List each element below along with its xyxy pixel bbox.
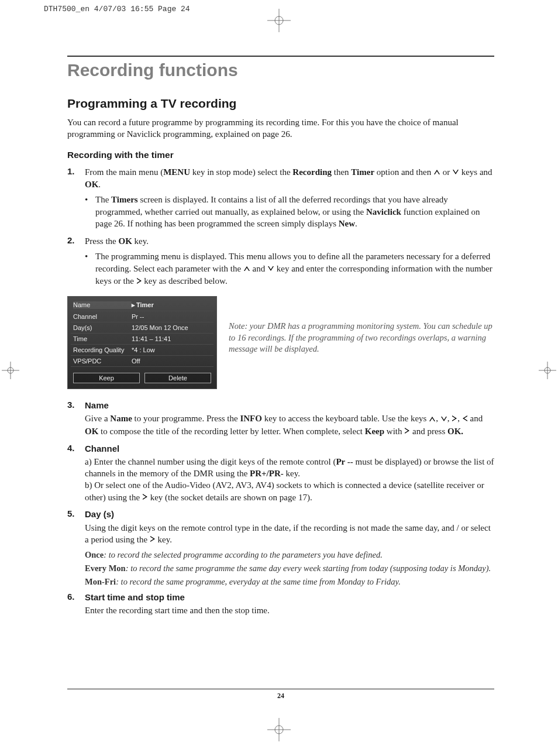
right-arrow-icon (136, 276, 142, 287)
step-content: Press the OK key. • The programming menu… (85, 235, 494, 288)
keep-button: Keep (73, 373, 140, 383)
down-arrow-icon (267, 263, 274, 274)
left-arrow-icon (462, 413, 468, 425)
delete-button: Delete (144, 373, 211, 383)
figure-row: Time11:41 – 11:41 (71, 334, 213, 345)
step-content: From the main menu (MENU key in stop mod… (85, 166, 494, 230)
figure-row: VPS/PDCOff (71, 356, 213, 367)
figure-row: ChannelPr -- (71, 311, 213, 322)
timer-menu-figure: Name▸TimerChannelPr --Day(s)12/05 Mon 12… (67, 296, 217, 389)
svg-marker-23 (150, 536, 155, 542)
step-content: Start time and stop time Enter the recor… (85, 592, 494, 617)
step-number: 4. (67, 443, 85, 504)
note-text: Note: your DMR has a programming monitor… (217, 296, 494, 355)
svg-marker-13 (453, 170, 459, 174)
down-arrow-icon (440, 413, 447, 425)
svg-marker-22 (143, 494, 147, 500)
def-every-mon: Every Mon: to record the same programme … (85, 563, 494, 573)
main-title: Recording functions (67, 56, 494, 80)
figure-row: Name▸Timer (71, 300, 213, 311)
right-arrow-icon (142, 492, 148, 503)
svg-marker-16 (137, 278, 142, 284)
figure-row: Recording Quality*4 : Low (71, 345, 213, 356)
down-arrow-icon (452, 166, 459, 178)
step-1: 1. From the main menu (MENU key in stop … (67, 166, 494, 230)
page-number: 24 (67, 689, 494, 700)
step-5: 5. Day (s) Using the digit keys on the r… (67, 508, 494, 546)
registration-mark-left (2, 362, 19, 379)
step-2: 2. Press the OK key. • The programming m… (67, 235, 494, 288)
step-4: 4. Channel a) Enter the channel number u… (67, 443, 494, 504)
step-content: Channel a) Enter the channel number usin… (85, 443, 494, 504)
registration-mark-right (539, 362, 556, 379)
up-arrow-icon (243, 263, 250, 274)
svg-marker-12 (434, 170, 440, 174)
section-title: Programming a TV recording (67, 97, 494, 111)
subheading: Recording with the timer (67, 150, 494, 160)
figure-row: Day(s)12/05 Mon 12 Once (71, 322, 213, 334)
step-number: 3. (67, 400, 85, 438)
svg-marker-17 (429, 417, 435, 421)
step-content: Day (s) Using the digit keys on the remo… (85, 508, 494, 546)
step-number: 5. (67, 508, 85, 546)
step-3: 3. Name Give a Name to your programme. P… (67, 400, 494, 438)
right-arrow-icon (404, 425, 410, 437)
svg-marker-18 (441, 417, 447, 421)
step-6: 6. Start time and stop time Enter the re… (67, 592, 494, 617)
registration-mark-bottom (267, 718, 291, 741)
svg-marker-19 (452, 415, 457, 421)
step-number: 2. (67, 235, 85, 288)
svg-marker-15 (268, 266, 274, 271)
intro-paragraph: You can record a future programme by pro… (67, 116, 494, 140)
def-once: Once: to record the selected programme a… (85, 550, 494, 560)
svg-marker-14 (244, 266, 250, 271)
step-number: 1. (67, 166, 85, 230)
step-number: 6. (67, 592, 85, 617)
def-mon-fri: Mon-Fri: to record the same programme, e… (85, 577, 494, 587)
up-arrow-icon (433, 166, 440, 178)
svg-marker-21 (405, 428, 409, 434)
step-content: Name Give a Name to your programme. Pres… (85, 400, 494, 438)
registration-mark-top (267, 9, 291, 32)
svg-marker-20 (463, 415, 467, 421)
right-arrow-icon (452, 413, 457, 425)
right-arrow-icon (150, 534, 156, 545)
page-header-meta: DTH7500_en 4/07/03 16:55 Page 24 (44, 5, 190, 13)
up-arrow-icon (429, 413, 436, 425)
